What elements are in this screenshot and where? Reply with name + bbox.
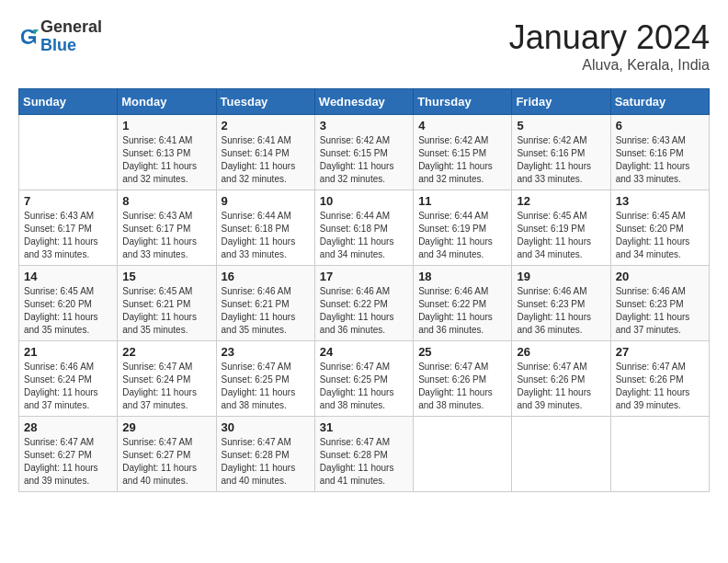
day-info: Sunrise: 6:44 AM Sunset: 6:19 PM Dayligh… <box>418 210 506 261</box>
calendar-cell: 11 Sunrise: 6:44 AM Sunset: 6:19 PM Dayl… <box>414 190 512 266</box>
day-number: 24 <box>320 345 408 359</box>
day-info: Sunrise: 6:46 AM Sunset: 6:24 PM Dayligh… <box>24 361 112 412</box>
day-info: Sunrise: 6:43 AM Sunset: 6:16 PM Dayligh… <box>616 134 704 186</box>
day-number: 14 <box>24 270 112 283</box>
page-header: General Blue January 2024 Aluva, Kerala,… <box>18 18 710 74</box>
day-info: Sunrise: 6:47 AM Sunset: 6:26 PM Dayligh… <box>517 361 605 412</box>
day-info: Sunrise: 6:42 AM Sunset: 6:16 PM Dayligh… <box>517 134 605 186</box>
logo-general: General <box>40 18 102 37</box>
day-number: 9 <box>222 194 310 208</box>
calendar-cell: 15 Sunrise: 6:45 AM Sunset: 6:21 PM Dayl… <box>118 266 216 341</box>
day-number: 25 <box>418 345 506 359</box>
day-info: Sunrise: 6:46 AM Sunset: 6:22 PM Dayligh… <box>320 285 408 337</box>
calendar-cell: 18 Sunrise: 6:46 AM Sunset: 6:22 PM Dayl… <box>414 266 512 341</box>
day-number: 4 <box>418 119 506 132</box>
weekday-header: Wednesday <box>314 89 413 115</box>
day-number: 8 <box>122 194 210 208</box>
calendar-cell: 22 Sunrise: 6:47 AM Sunset: 6:24 PM Dayl… <box>118 341 216 417</box>
calendar-week-row: 14 Sunrise: 6:45 AM Sunset: 6:20 PM Dayl… <box>19 266 710 341</box>
day-number: 13 <box>616 194 704 208</box>
logo-text: General Blue <box>40 18 102 55</box>
day-info: Sunrise: 6:43 AM Sunset: 6:17 PM Dayligh… <box>122 210 210 261</box>
calendar-cell: 14 Sunrise: 6:45 AM Sunset: 6:20 PM Dayl… <box>19 266 118 341</box>
calendar-cell: 7 Sunrise: 6:43 AM Sunset: 6:17 PM Dayli… <box>19 190 118 266</box>
calendar-cell: 28 Sunrise: 6:47 AM Sunset: 6:27 PM Dayl… <box>19 417 118 492</box>
day-number: 27 <box>616 345 704 359</box>
day-info: Sunrise: 6:47 AM Sunset: 6:27 PM Dayligh… <box>122 436 210 488</box>
calendar-week-row: 28 Sunrise: 6:47 AM Sunset: 6:27 PM Dayl… <box>19 417 710 492</box>
day-info: Sunrise: 6:46 AM Sunset: 6:22 PM Dayligh… <box>418 285 506 337</box>
day-info: Sunrise: 6:46 AM Sunset: 6:23 PM Dayligh… <box>616 285 704 337</box>
day-info: Sunrise: 6:42 AM Sunset: 6:15 PM Dayligh… <box>320 134 408 186</box>
weekday-header: Thursday <box>414 89 512 115</box>
calendar-cell: 5 Sunrise: 6:42 AM Sunset: 6:16 PM Dayli… <box>512 115 610 190</box>
logo-blue: Blue <box>40 37 102 55</box>
calendar-cell: 25 Sunrise: 6:47 AM Sunset: 6:26 PM Dayl… <box>414 341 512 417</box>
day-info: Sunrise: 6:47 AM Sunset: 6:28 PM Dayligh… <box>222 436 310 488</box>
calendar-cell: 21 Sunrise: 6:46 AM Sunset: 6:24 PM Dayl… <box>19 341 118 417</box>
weekday-header: Sunday <box>19 89 118 115</box>
day-number: 20 <box>616 270 704 283</box>
calendar-cell: 6 Sunrise: 6:43 AM Sunset: 6:16 PM Dayli… <box>610 115 709 190</box>
day-number: 23 <box>222 345 310 359</box>
weekday-header: Saturday <box>610 89 709 115</box>
calendar-cell: 31 Sunrise: 6:47 AM Sunset: 6:28 PM Dayl… <box>314 417 413 492</box>
day-number: 11 <box>418 194 506 208</box>
day-info: Sunrise: 6:45 AM Sunset: 6:21 PM Dayligh… <box>122 285 210 337</box>
calendar-cell: 1 Sunrise: 6:41 AM Sunset: 6:13 PM Dayli… <box>118 115 216 190</box>
day-number: 26 <box>517 345 605 359</box>
calendar-cell: 20 Sunrise: 6:46 AM Sunset: 6:23 PM Dayl… <box>610 266 709 341</box>
calendar-cell: 9 Sunrise: 6:44 AM Sunset: 6:18 PM Dayli… <box>216 190 314 266</box>
weekday-header-row: SundayMondayTuesdayWednesdayThursdayFrid… <box>19 89 710 115</box>
day-number: 7 <box>24 194 112 208</box>
title-area: January 2024 Aluva, Kerala, India <box>509 18 710 74</box>
calendar-cell: 2 Sunrise: 6:41 AM Sunset: 6:14 PM Dayli… <box>216 115 314 190</box>
calendar-cell: 12 Sunrise: 6:45 AM Sunset: 6:19 PM Dayl… <box>512 190 610 266</box>
calendar-cell <box>19 115 118 190</box>
day-number: 3 <box>320 119 408 132</box>
day-number: 18 <box>418 270 506 283</box>
day-number: 6 <box>616 119 704 132</box>
day-number: 16 <box>222 270 310 283</box>
calendar-cell: 19 Sunrise: 6:46 AM Sunset: 6:23 PM Dayl… <box>512 266 610 341</box>
day-number: 5 <box>517 119 605 132</box>
calendar-cell <box>512 417 610 492</box>
day-number: 19 <box>517 270 605 283</box>
day-info: Sunrise: 6:47 AM Sunset: 6:24 PM Dayligh… <box>122 361 210 412</box>
day-number: 30 <box>222 420 310 434</box>
logo: General Blue <box>18 18 102 55</box>
day-info: Sunrise: 6:42 AM Sunset: 6:15 PM Dayligh… <box>418 134 506 186</box>
calendar-cell: 3 Sunrise: 6:42 AM Sunset: 6:15 PM Dayli… <box>314 115 413 190</box>
day-info: Sunrise: 6:44 AM Sunset: 6:18 PM Dayligh… <box>222 210 310 261</box>
day-info: Sunrise: 6:41 AM Sunset: 6:13 PM Dayligh… <box>122 134 210 186</box>
calendar-cell: 8 Sunrise: 6:43 AM Sunset: 6:17 PM Dayli… <box>118 190 216 266</box>
calendar-cell: 4 Sunrise: 6:42 AM Sunset: 6:15 PM Dayli… <box>414 115 512 190</box>
day-info: Sunrise: 6:44 AM Sunset: 6:18 PM Dayligh… <box>320 210 408 261</box>
day-info: Sunrise: 6:45 AM Sunset: 6:20 PM Dayligh… <box>24 285 112 337</box>
calendar-week-row: 21 Sunrise: 6:46 AM Sunset: 6:24 PM Dayl… <box>19 341 710 417</box>
calendar-cell <box>414 417 512 492</box>
day-info: Sunrise: 6:47 AM Sunset: 6:26 PM Dayligh… <box>418 361 506 412</box>
day-info: Sunrise: 6:41 AM Sunset: 6:14 PM Dayligh… <box>222 134 310 186</box>
weekday-header: Tuesday <box>216 89 314 115</box>
day-number: 17 <box>320 270 408 283</box>
day-info: Sunrise: 6:45 AM Sunset: 6:19 PM Dayligh… <box>517 210 605 261</box>
day-info: Sunrise: 6:46 AM Sunset: 6:21 PM Dayligh… <box>222 285 310 337</box>
calendar-cell: 10 Sunrise: 6:44 AM Sunset: 6:18 PM Dayl… <box>314 190 413 266</box>
day-number: 1 <box>122 119 210 132</box>
day-info: Sunrise: 6:46 AM Sunset: 6:23 PM Dayligh… <box>517 285 605 337</box>
day-number: 31 <box>320 420 408 434</box>
day-number: 12 <box>517 194 605 208</box>
calendar-cell: 17 Sunrise: 6:46 AM Sunset: 6:22 PM Dayl… <box>314 266 413 341</box>
calendar-cell: 26 Sunrise: 6:47 AM Sunset: 6:26 PM Dayl… <box>512 341 610 417</box>
calendar-cell: 13 Sunrise: 6:45 AM Sunset: 6:20 PM Dayl… <box>610 190 709 266</box>
calendar-cell: 29 Sunrise: 6:47 AM Sunset: 6:27 PM Dayl… <box>118 417 216 492</box>
calendar-cell: 16 Sunrise: 6:46 AM Sunset: 6:21 PM Dayl… <box>216 266 314 341</box>
calendar-table: SundayMondayTuesdayWednesdayThursdayFrid… <box>18 88 710 492</box>
calendar-week-row: 7 Sunrise: 6:43 AM Sunset: 6:17 PM Dayli… <box>19 190 710 266</box>
weekday-header: Monday <box>118 89 216 115</box>
day-number: 28 <box>24 420 112 434</box>
day-info: Sunrise: 6:47 AM Sunset: 6:28 PM Dayligh… <box>320 436 408 488</box>
day-info: Sunrise: 6:47 AM Sunset: 6:25 PM Dayligh… <box>222 361 310 412</box>
calendar-week-row: 1 Sunrise: 6:41 AM Sunset: 6:13 PM Dayli… <box>19 115 710 190</box>
